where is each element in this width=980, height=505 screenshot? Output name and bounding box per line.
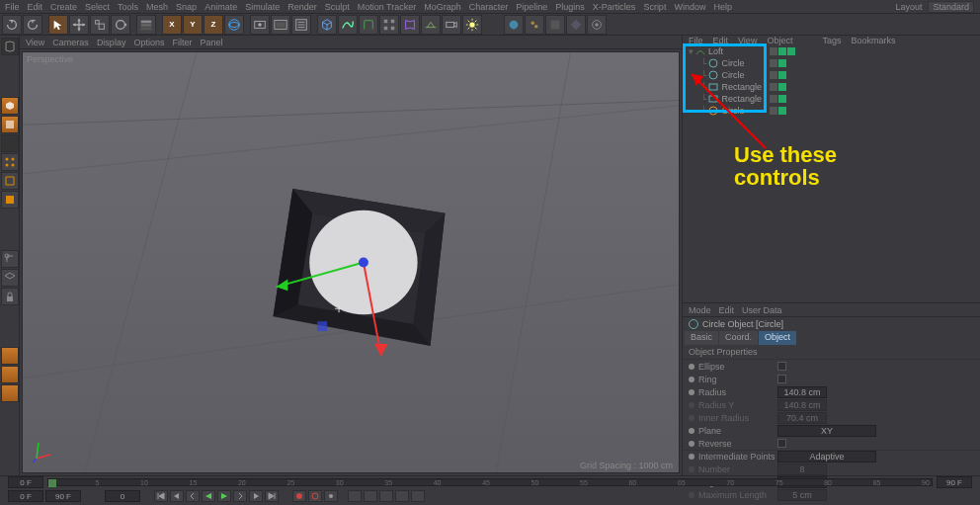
view-menu-cameras[interactable]: Cameras	[52, 38, 89, 47]
menu-simulate[interactable]: Simulate	[245, 2, 280, 12]
layout-switcher[interactable]: Layout Standard	[895, 1, 974, 13]
xp-button-5[interactable]	[587, 15, 607, 35]
attr-menu-userdata[interactable]: User Data	[742, 305, 782, 315]
timeline-end-field-2[interactable]: 90 F	[45, 490, 81, 502]
xp-button-1[interactable]	[504, 15, 524, 35]
menu-pipeline[interactable]: Pipeline	[516, 2, 547, 12]
loft-object[interactable]	[273, 189, 445, 346]
redo-button[interactable]	[23, 15, 42, 35]
attr-menu-mode[interactable]: Mode	[689, 305, 711, 315]
play-back-button[interactable]	[202, 490, 215, 502]
object-row-circle-selected[interactable]: └ Circle	[683, 105, 980, 117]
menu-character[interactable]: Character	[469, 2, 509, 12]
object-row-circle[interactable]: └ Circle	[683, 69, 980, 81]
menu-script[interactable]: Script	[643, 2, 666, 12]
history-button[interactable]	[136, 15, 156, 35]
scale-tool[interactable]	[90, 15, 110, 35]
key-pos-button[interactable]	[348, 490, 362, 502]
y-axis-lock[interactable]: Y	[183, 15, 203, 35]
om-menu-bookmarks[interactable]: Bookmarks	[851, 36, 895, 45]
x-axis-lock[interactable]: X	[162, 15, 182, 35]
menu-mograph[interactable]: MoGraph	[424, 2, 461, 12]
menu-mesh[interactable]: Mesh	[146, 2, 168, 12]
keyframe-sel-button[interactable]	[324, 490, 338, 502]
polygon-mode-button[interactable]	[1, 191, 19, 209]
menu-xparticles[interactable]: X-Particles	[593, 2, 636, 12]
deformer-button[interactable]	[400, 15, 420, 35]
xp-tool-1[interactable]	[1, 347, 19, 365]
workplane-snap-button[interactable]	[1, 269, 19, 287]
goto-end-button[interactable]	[265, 490, 279, 502]
play-button[interactable]	[217, 490, 231, 502]
workplane-button[interactable]	[1, 134, 19, 152]
perspective-viewport[interactable]: Perspective	[22, 51, 680, 473]
menu-motion-tracker[interactable]: Motion Tracker	[358, 2, 417, 12]
texture-mode-button[interactable]	[1, 116, 19, 133]
timeline-end-field[interactable]: 90 F	[937, 476, 972, 488]
menu-create[interactable]: Create	[50, 2, 77, 12]
attr-tab-object[interactable]: Object	[759, 331, 796, 345]
edge-mode-button[interactable]	[1, 172, 19, 190]
menu-edit[interactable]: Edit	[28, 2, 43, 12]
menu-file[interactable]: File	[5, 2, 20, 12]
prev-key-button[interactable]	[170, 490, 184, 502]
timeline-start-field[interactable]: 0 F	[8, 476, 43, 488]
object-row-circle[interactable]: └ Circle	[683, 57, 980, 69]
object-manager-tree[interactable]: ▾ Loft └ Circle └ Circle └ Rectangle	[683, 45, 980, 302]
undo-button[interactable]	[2, 15, 22, 35]
point-mode-button[interactable]	[1, 153, 19, 171]
key-pla-button[interactable]	[411, 490, 425, 502]
prev-frame-button[interactable]	[186, 490, 200, 502]
plane-combo[interactable]: XY	[777, 425, 876, 437]
environment-button[interactable]	[421, 15, 441, 35]
reverse-checkbox[interactable]	[777, 439, 786, 448]
radius-field[interactable]: 140.8 cm	[777, 386, 827, 398]
menu-plugins[interactable]: Plugins	[555, 2, 585, 12]
view-menu-display[interactable]: Display	[97, 38, 126, 47]
key-rot-button[interactable]	[379, 490, 393, 502]
timeline-current-field[interactable]: 0	[105, 490, 140, 502]
coord-system-button[interactable]	[224, 15, 244, 35]
key-param-button[interactable]	[395, 490, 409, 502]
autokey-button[interactable]	[308, 490, 322, 502]
menu-snap[interactable]: Snap	[176, 2, 197, 12]
om-menu-view[interactable]: View	[738, 36, 757, 45]
menu-select[interactable]: Select	[85, 2, 110, 12]
menu-render[interactable]: Render	[287, 2, 317, 12]
xp-tool-3[interactable]	[1, 384, 19, 402]
om-menu-edit[interactable]: Edit	[713, 36, 729, 45]
object-row-loft[interactable]: ▾ Loft	[683, 45, 980, 57]
attr-tab-basic[interactable]: Basic	[685, 331, 718, 345]
xp-button-3[interactable]	[545, 15, 565, 35]
spline-primitive-button[interactable]	[338, 15, 358, 35]
object-row-rectangle[interactable]: └ Rectangle	[683, 81, 980, 93]
timeline-track[interactable]: 051015202530354045505560657075808590	[47, 478, 933, 486]
object-row-rectangle[interactable]: └ Rectangle	[683, 93, 980, 105]
record-button[interactable]	[292, 490, 306, 502]
xp-tool-2[interactable]	[1, 366, 19, 383]
menu-window[interactable]: Window	[674, 2, 705, 12]
menu-sculpt[interactable]: Sculpt	[325, 2, 350, 12]
nurbs-button[interactable]	[359, 15, 378, 35]
view-menu-filter[interactable]: Filter	[172, 38, 192, 47]
render-settings-button[interactable]	[291, 15, 311, 35]
menu-help[interactable]: Help	[713, 2, 732, 12]
xp-button-4[interactable]	[566, 15, 586, 35]
array-button[interactable]	[379, 15, 399, 35]
lock-snap-button[interactable]	[1, 288, 19, 305]
next-frame-button[interactable]	[233, 490, 247, 502]
timeline-start-field-2[interactable]: 0 F	[8, 490, 43, 502]
key-scale-button[interactable]	[364, 490, 377, 502]
xp-button-2[interactable]	[525, 15, 544, 35]
z-axis-lock[interactable]: Z	[204, 15, 223, 35]
attr-menu-edit[interactable]: Edit	[719, 305, 735, 315]
om-menu-file[interactable]: File	[689, 36, 703, 45]
view-menu-view[interactable]: View	[26, 38, 44, 47]
layout-value[interactable]: Standard	[928, 1, 974, 13]
snap-toggle-button[interactable]	[1, 250, 19, 268]
view-menu-panel[interactable]: Panel	[200, 38, 222, 47]
ellipse-checkbox[interactable]	[777, 362, 786, 371]
om-menu-object[interactable]: Object	[767, 36, 792, 45]
select-tool[interactable]	[48, 15, 68, 35]
render-view-button[interactable]	[250, 15, 270, 35]
